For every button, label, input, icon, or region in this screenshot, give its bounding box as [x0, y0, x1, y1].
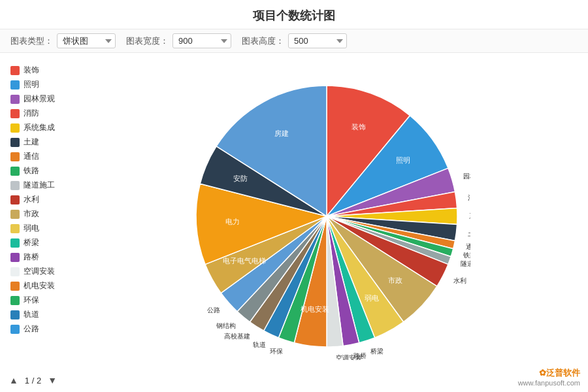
- legend-item: 消防: [10, 108, 76, 119]
- legend-item: 机电安装: [10, 280, 76, 291]
- main-content: 装饰照明园林景观消防系统集成土建通信铁路隧道施工水利市政弱电桥梁路桥空调安装机电…: [0, 53, 588, 380]
- legend-label: 装饰: [24, 65, 39, 76]
- legend-label: 隧道施工: [24, 180, 55, 191]
- page-title: 项目个数统计图: [0, 0, 588, 29]
- pie-label-outer: 系统集成: [469, 212, 470, 220]
- pie-label-outer: 轨道: [253, 341, 266, 348]
- pie-label-outer: 消防: [468, 194, 470, 201]
- pie-label-inner: 市政: [388, 276, 402, 284]
- legend-label: 桥梁: [24, 237, 39, 248]
- pie-label-outer: 空调安装: [336, 354, 362, 360]
- prev-page-button[interactable]: ▲: [7, 374, 21, 387]
- legend-item: 公路: [10, 323, 76, 335]
- legend-label: 公路: [24, 323, 39, 335]
- legend-color: [10, 195, 20, 204]
- legend-color: [10, 253, 20, 262]
- legend-color: [10, 95, 20, 104]
- chart-width-select[interactable]: 900: [172, 33, 231, 48]
- legend-label: 水利: [24, 194, 39, 205]
- legend-item: 环保: [10, 295, 76, 306]
- legend-label: 照明: [24, 79, 39, 90]
- legend-item: 路桥: [10, 252, 76, 263]
- pie-label-outer: 水利: [453, 277, 466, 284]
- pie-label-inner: 安防: [233, 174, 248, 182]
- legend-label: 通信: [24, 151, 39, 162]
- chart-width-selector[interactable]: 图表宽度： 900: [126, 33, 231, 48]
- legend-color: [10, 109, 20, 118]
- legend-label: 空调安装: [24, 266, 55, 277]
- pie-label-outer: 隧道施工: [461, 260, 470, 267]
- legend-item: 园林景观: [10, 93, 76, 105]
- legend-item: 轨道: [10, 309, 76, 320]
- legend-color: [10, 80, 20, 90]
- pie-label-inner: 弱电: [365, 294, 379, 302]
- legend-label: 市政: [24, 208, 39, 220]
- pie-label-outer: 桥梁: [370, 348, 384, 355]
- chart-type-select[interactable]: 饼状图: [57, 33, 116, 48]
- pie-label-inner: 房建: [274, 129, 289, 137]
- pie-label-inner: 机电安装: [301, 305, 329, 313]
- legend-item: 弱电: [10, 223, 76, 234]
- watermark: ✿泛普软件 www.fanpusoft.com: [518, 367, 580, 387]
- legend-label: 园林景观: [24, 93, 55, 105]
- legend-label: 弱电: [24, 223, 39, 234]
- pie-label-outer: 公路: [207, 306, 220, 314]
- legend-color: [10, 66, 20, 75]
- legend-label: 系统集成: [24, 122, 55, 133]
- chart-height-select[interactable]: 500: [288, 33, 347, 48]
- pie-label-outer: 钢结构: [216, 322, 236, 329]
- legend-item: 水利: [10, 194, 76, 205]
- legend-item: 系统集成: [10, 122, 76, 133]
- legend-item: 桥梁: [10, 237, 76, 248]
- chart-width-label: 图表宽度：: [126, 35, 169, 47]
- current-page: 1: [25, 376, 29, 385]
- pie-label-outer: 园林景观: [463, 172, 470, 180]
- legend-label: 铁路: [24, 165, 39, 176]
- chart-type-label: 图表类型：: [10, 35, 53, 47]
- total-pages: 2: [37, 376, 41, 385]
- chart-type-selector[interactable]: 图表类型： 饼状图: [10, 33, 116, 48]
- legend-color: [10, 296, 20, 305]
- legend-color: [10, 123, 20, 133]
- pie-label-inner: 照明: [396, 156, 410, 164]
- watermark-url: www.fanpusoft.com: [518, 379, 580, 387]
- legend-label: 消防: [24, 108, 39, 119]
- legend-color: [10, 167, 20, 176]
- legend-label: 机电安装: [24, 280, 55, 291]
- pie-label-outer: 高校基建: [224, 333, 250, 340]
- legend-item: 土建: [10, 137, 76, 148]
- watermark-logo: ✿泛普软件: [518, 367, 580, 379]
- legend-color: [10, 138, 20, 147]
- legend-color: [10, 224, 20, 233]
- legend: 装饰照明园林景观消防系统集成土建通信铁路隧道施工水利市政弱电桥梁路桥空调安装机电…: [10, 59, 76, 373]
- legend-item: 铁路: [10, 165, 76, 176]
- pie-label-outer: 铁路: [463, 252, 470, 259]
- legend-color: [10, 210, 20, 219]
- legend-item: 空调安装: [10, 266, 76, 277]
- chart-area: 装饰照明市政弱电机电安装电子电气电梯电力安防房建园林景观消防系统集成土建通信铁路…: [76, 59, 578, 373]
- legend-color: [10, 238, 20, 248]
- pie-label-outer: 环保: [270, 348, 283, 355]
- toolbar: 图表类型： 饼状图 图表宽度： 900 图表高度： 500: [0, 29, 588, 53]
- legend-item: 照明: [10, 79, 76, 90]
- pie-label-inner: 电力: [225, 218, 240, 225]
- pie-chart: 装饰照明市政弱电机电安装电子电气电梯电力安防房建园林景观消防系统集成土建通信铁路…: [183, 73, 470, 360]
- legend-color: [10, 325, 20, 334]
- legend-color: [10, 267, 20, 276]
- legend-item: 隧道施工: [10, 180, 76, 191]
- next-page-button[interactable]: ▼: [45, 374, 59, 387]
- legend-item: 市政: [10, 208, 76, 220]
- legend-color: [10, 152, 20, 161]
- pie-label-inner: 装饰: [351, 123, 366, 131]
- legend-label: 路桥: [24, 252, 39, 263]
- pie-label-outer: 土建: [468, 230, 470, 237]
- legend-color: [10, 282, 20, 291]
- legend-color: [10, 181, 20, 190]
- chart-height-selector[interactable]: 图表高度： 500: [242, 33, 347, 48]
- page-info: 1 / 2: [25, 376, 41, 385]
- legend-label: 土建: [24, 137, 39, 148]
- legend-label: 环保: [24, 295, 39, 306]
- page-separator: /: [32, 376, 35, 385]
- legend-label: 轨道: [24, 309, 39, 320]
- chart-height-label: 图表高度：: [242, 35, 284, 47]
